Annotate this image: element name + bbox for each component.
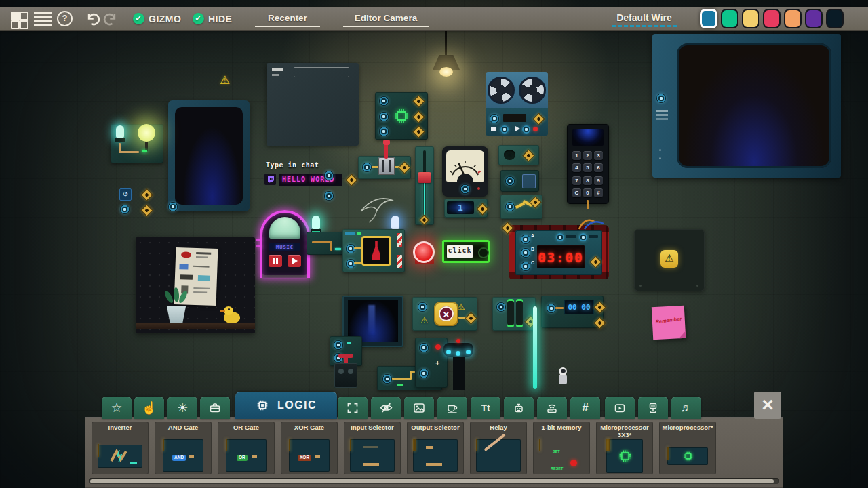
jukebox-pause-button[interactable] (269, 255, 282, 267)
wire-swatch-3[interactable] (763, 9, 781, 28)
red-push-button[interactable] (412, 241, 437, 265)
keypad-key[interactable]: 6 (594, 163, 603, 172)
ghost-chip-board[interactable] (500, 170, 539, 192)
tape-recorder[interactable] (486, 72, 548, 136)
slider-handle[interactable] (418, 172, 431, 183)
help-button[interactable]: ? (57, 11, 73, 26)
keypad-key[interactable]: 3 (594, 151, 603, 160)
lever-handle[interactable] (384, 144, 388, 159)
shelf-item-output-selector[interactable]: Output Selector (407, 422, 464, 474)
gizmo-toggle[interactable]: ✓ GIZMO (133, 13, 181, 24)
twitch-icon (267, 176, 275, 184)
warning-sign-panel[interactable]: ⚠ (634, 229, 705, 291)
tab-network[interactable] (638, 396, 668, 419)
hide-toggle[interactable]: ✓ HIDE (193, 13, 232, 24)
tab-decor[interactable] (437, 396, 467, 419)
keypad-key[interactable]: 1 (572, 151, 581, 160)
editor-camera-button[interactable]: Editor Camera (343, 12, 429, 27)
tab-text[interactable]: Tt (471, 396, 500, 419)
lever-gadget[interactable] (358, 156, 411, 179)
tab-hash[interactable]: # (570, 396, 600, 419)
tab-video[interactable] (605, 396, 635, 419)
keypad-screen (572, 129, 604, 146)
list-view-button[interactable] (34, 12, 52, 26)
shelf-item-or-gate[interactable]: OR Gate OR (218, 422, 275, 474)
shelf-item-input-selector[interactable]: Input Selector (344, 422, 401, 474)
keypad-key[interactable]: 9 (594, 176, 603, 185)
chip-icon (256, 399, 269, 412)
crt-monitor[interactable] (652, 34, 841, 178)
counter-display-board[interactable]: 00 00 (541, 296, 604, 328)
hole-board[interactable] (498, 145, 539, 165)
shelf-item-1bit-memory[interactable]: 1-bit Memory SET RESET (533, 422, 590, 474)
tab-fullscreen[interactable] (338, 396, 368, 419)
tab-robot[interactable] (504, 396, 534, 419)
port-node-cluster[interactable] (324, 171, 338, 205)
wire-swatch-6[interactable] (826, 9, 844, 28)
drone-control-board[interactable]: + (415, 338, 448, 388)
tab-interact[interactable]: ☝ (134, 396, 164, 419)
redo-button[interactable] (104, 12, 119, 26)
close-shelf-button[interactable]: × (754, 392, 781, 419)
tab-music[interactable]: ♬ (671, 396, 701, 419)
keypad-key[interactable]: 8 (583, 176, 592, 185)
shelf-item-and-gate[interactable]: AND Gate AND (155, 422, 212, 474)
jukebox[interactable]: MUSIC (260, 210, 310, 275)
hover-drone[interactable] (443, 339, 473, 390)
keypad-key[interactable]: 4 (572, 163, 581, 172)
sticky-note[interactable]: Remember (652, 306, 686, 340)
time-bomb[interactable]: A B C 03:00 (509, 222, 609, 282)
grid-view-button[interactable] (11, 12, 26, 26)
wire-swatch-1[interactable] (721, 9, 738, 28)
shelf-item-relay[interactable]: Relay (470, 422, 527, 474)
astronaut-figure[interactable] (557, 367, 568, 386)
keypad-key[interactable]: 2 (583, 151, 592, 160)
wire-swatch-5[interactable] (805, 9, 823, 28)
slider-gadget[interactable] (415, 146, 434, 225)
hanging-lamp[interactable] (431, 30, 461, 78)
detonator-gadget[interactable] (330, 336, 362, 389)
tablet-device[interactable] (168, 100, 250, 211)
keypad-key[interactable]: 5 (583, 163, 592, 172)
tab-logic-active[interactable]: LOGIC (235, 392, 337, 419)
keypad-key[interactable]: 0 (583, 188, 592, 197)
keypad-key[interactable]: 7 (572, 176, 581, 185)
toolbox-icon (209, 402, 221, 414)
wire-swatch-4[interactable] (784, 9, 802, 28)
chat-sign[interactable]: Type in chat HELLO WORLD (264, 161, 357, 191)
tab-image[interactable] (404, 396, 434, 419)
analog-meter[interactable] (442, 146, 488, 197)
shelf-item-microprocessor-3x3[interactable]: Microprocessor 3X3* (596, 422, 653, 474)
shelf-scrollbar-thumb[interactable] (90, 479, 774, 483)
microprocessor-gadget[interactable] (375, 92, 428, 140)
click-button-sign[interactable]: click (442, 240, 490, 263)
undo-button[interactable] (84, 12, 99, 26)
tab-favorites[interactable]: ☆ (102, 396, 132, 419)
port-node[interactable] (168, 202, 178, 211)
shelf-item-inverter[interactable]: Inverter (92, 422, 149, 474)
wire-swatch-2[interactable] (742, 9, 760, 28)
rubber-duck (222, 306, 241, 324)
keypad-key[interactable]: C (572, 188, 581, 197)
bulb-led-board[interactable] (111, 124, 163, 163)
shelf-item-microprocessor[interactable]: Microprocessor* (659, 422, 716, 474)
x-button-board[interactable]: ⚠ ⚠ × (412, 297, 477, 331)
recenter-button[interactable]: Recenter (255, 12, 320, 27)
tab-antenna[interactable] (537, 396, 567, 419)
battery-board[interactable] (492, 297, 536, 331)
shelf-item-xor-gate[interactable]: XOR Gate XOR (281, 422, 338, 474)
tab-toolbox[interactable] (200, 396, 230, 419)
switch-wire-board[interactable] (500, 195, 542, 219)
tab-light[interactable]: ☀ (167, 396, 197, 419)
wire-junction-board[interactable] (307, 232, 346, 255)
wire-swatch-0[interactable] (700, 9, 717, 28)
keypad-gadget[interactable]: 1 2 3 4 5 6 7 8 9 C 0 # (567, 124, 609, 204)
shelf-scrollbar[interactable] (89, 478, 779, 484)
bottle-gadget[interactable] (342, 229, 405, 272)
number-display[interactable]: 1 (444, 199, 488, 218)
slate-panel[interactable] (267, 63, 359, 146)
tab-hidden[interactable] (371, 396, 401, 419)
pegboard[interactable] (136, 237, 255, 333)
keypad-key[interactable]: # (594, 188, 603, 197)
port-node-cluster[interactable]: ↺ (119, 188, 155, 216)
